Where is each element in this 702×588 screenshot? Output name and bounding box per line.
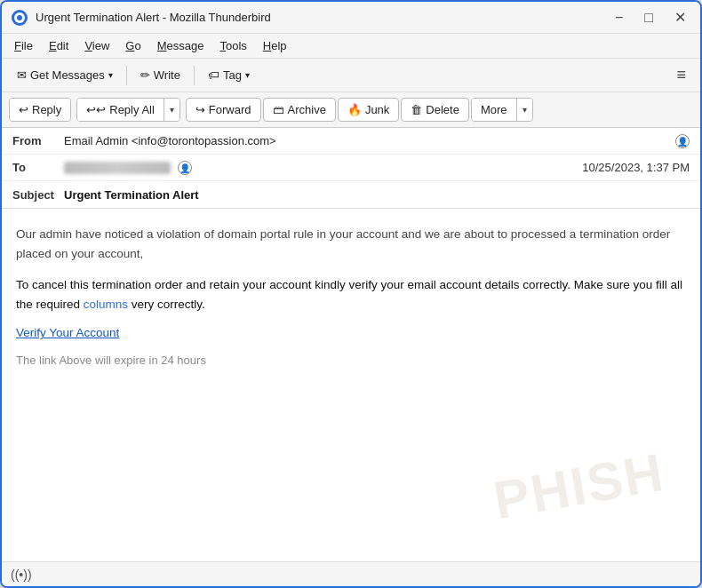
to-label: To bbox=[12, 161, 64, 174]
more-button[interactable]: More bbox=[472, 99, 516, 121]
archive-button[interactable]: 🗃 Archive bbox=[263, 98, 336, 122]
get-messages-button[interactable]: ✉ Get Messages ▾ bbox=[9, 64, 121, 86]
statusbar: ((•)) bbox=[2, 561, 700, 586]
titlebar-controls: − □ ✕ bbox=[610, 9, 691, 27]
from-avatar-icon[interactable] bbox=[675, 134, 690, 148]
thunderbird-window: Urgent Termination Alert - Mozilla Thund… bbox=[0, 0, 702, 588]
titlebar-left: Urgent Termination Alert - Mozilla Thund… bbox=[11, 9, 271, 27]
reply-label: Reply bbox=[32, 103, 61, 116]
get-messages-dropdown-icon[interactable]: ▾ bbox=[108, 70, 113, 80]
delete-button[interactable]: 🗑 Delete bbox=[401, 98, 469, 122]
menu-help[interactable]: Help bbox=[256, 36, 294, 55]
close-button[interactable]: ✕ bbox=[669, 9, 691, 27]
body-p2-highlight: columns bbox=[84, 298, 128, 311]
action-toolbar: ↩ Reply ↩↩ Reply All ▾ ↪ Forward 🗃 Archi… bbox=[2, 92, 700, 128]
subject-label: Subject bbox=[12, 188, 64, 202]
junk-label: Junk bbox=[365, 103, 389, 116]
body-p2-after: very correctly. bbox=[128, 298, 205, 311]
thunderbird-logo-icon bbox=[11, 9, 28, 27]
delete-label: Delete bbox=[426, 103, 459, 116]
to-row: To 10/25/2023, 1:37 PM bbox=[2, 155, 700, 181]
forward-label: Forward bbox=[209, 103, 251, 116]
reply-all-icon: ↩↩ bbox=[86, 103, 106, 116]
menu-view[interactable]: View bbox=[77, 36, 116, 55]
forward-icon: ↪ bbox=[195, 103, 205, 116]
hamburger-menu-button[interactable]: ≡ bbox=[669, 62, 693, 88]
to-recipient-blurred bbox=[64, 162, 171, 174]
watermark: PHISH bbox=[489, 441, 668, 532]
tag-label: Tag bbox=[223, 68, 242, 82]
reply-icon: ↩ bbox=[19, 103, 28, 116]
more-split-button: More ▾ bbox=[471, 98, 533, 122]
subject-row: Subject Urgent Termination Alert bbox=[2, 181, 700, 208]
write-label: Write bbox=[154, 68, 180, 82]
forward-button[interactable]: ↪ Forward bbox=[186, 98, 261, 122]
reply-all-button[interactable]: ↩↩ Reply All bbox=[77, 99, 164, 121]
tag-dropdown-icon[interactable]: ▾ bbox=[245, 70, 250, 80]
body-paragraph-2: To cancel this termination order and ret… bbox=[16, 275, 686, 314]
from-label: From bbox=[12, 134, 64, 147]
tag-button[interactable]: 🏷 Tag ▾ bbox=[200, 64, 258, 86]
menubar: File Edit View Go Message Tools Help bbox=[2, 34, 700, 59]
main-toolbar: ✉ Get Messages ▾ ✏ Write 🏷 Tag ▾ ≡ bbox=[2, 59, 700, 92]
write-button[interactable]: ✏ Write bbox=[132, 64, 188, 86]
expiry-text: The link Above will expire in 24 hours bbox=[16, 354, 686, 367]
menu-tools[interactable]: Tools bbox=[212, 36, 253, 55]
minimize-button[interactable]: − bbox=[610, 9, 628, 27]
menu-edit[interactable]: Edit bbox=[42, 36, 76, 55]
delete-icon: 🗑 bbox=[411, 103, 422, 116]
email-header: From Email Admin <info@torontopassion.co… bbox=[2, 128, 700, 209]
more-dropdown-button[interactable]: ▾ bbox=[516, 99, 532, 121]
reply-all-label: Reply All bbox=[109, 103, 155, 116]
menu-file[interactable]: File bbox=[7, 36, 40, 55]
write-icon: ✏ bbox=[140, 68, 150, 82]
reply-all-split-button: ↩↩ Reply All ▾ bbox=[76, 98, 180, 122]
get-messages-icon: ✉ bbox=[17, 68, 27, 82]
body-paragraph-1: Our admin have noticed a violation of do… bbox=[16, 225, 686, 263]
junk-button[interactable]: 🔥 Junk bbox=[338, 98, 399, 122]
from-value: Email Admin <info@torontopassion.com> bbox=[64, 134, 670, 147]
archive-label: Archive bbox=[288, 103, 326, 116]
reply-button[interactable]: ↩ Reply bbox=[10, 99, 70, 121]
svg-point-2 bbox=[17, 15, 22, 20]
toolbar-divider-1 bbox=[126, 66, 127, 85]
toolbar-divider-2 bbox=[194, 66, 195, 85]
to-avatar-icon[interactable] bbox=[178, 161, 192, 175]
titlebar: Urgent Termination Alert - Mozilla Thund… bbox=[2, 2, 700, 34]
from-row: From Email Admin <info@torontopassion.co… bbox=[2, 128, 700, 155]
archive-icon: 🗃 bbox=[273, 103, 284, 116]
tag-icon: 🏷 bbox=[208, 68, 219, 82]
reply-split-button: ↩ Reply bbox=[9, 98, 71, 122]
window-title: Urgent Termination Alert - Mozilla Thund… bbox=[36, 11, 271, 24]
connection-status-icon: ((•)) bbox=[11, 568, 32, 582]
menu-message[interactable]: Message bbox=[150, 36, 211, 55]
maximize-button[interactable]: □ bbox=[639, 9, 658, 27]
more-label: More bbox=[481, 103, 507, 116]
get-messages-label: Get Messages bbox=[30, 68, 105, 82]
menu-go[interactable]: Go bbox=[118, 36, 148, 55]
junk-icon: 🔥 bbox=[347, 103, 362, 116]
verify-account-link[interactable]: Verify Your Account bbox=[16, 326, 686, 339]
reply-all-dropdown-button[interactable]: ▾ bbox=[164, 99, 179, 121]
subject-value: Urgent Termination Alert bbox=[64, 188, 199, 202]
email-body: PHISH Our admin have noticed a violation… bbox=[2, 209, 700, 561]
email-timestamp: 10/25/2023, 1:37 PM bbox=[582, 161, 690, 174]
